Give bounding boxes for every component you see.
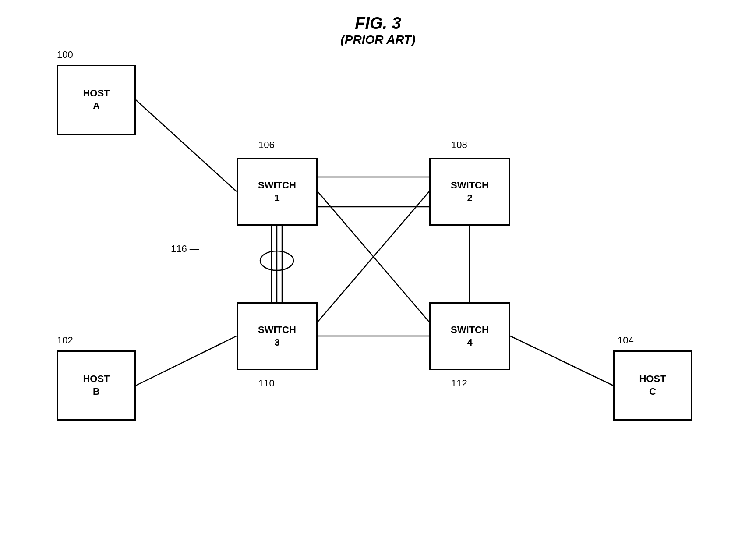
fig-title-line2: (PRIOR ART)	[340, 33, 415, 47]
host-c-label1: HOST	[639, 373, 666, 386]
switch1-label1: SWITCH	[258, 179, 296, 192]
ref-112: 112	[451, 378, 467, 389]
svg-line-0	[136, 100, 237, 191]
switch3-label2: 3	[274, 336, 279, 349]
switch4-box: SWITCH 4	[429, 302, 510, 370]
host-b-label1: HOST	[83, 373, 110, 386]
host-c-label2: C	[649, 386, 656, 398]
host-b-box: HOST B	[57, 350, 136, 421]
switch1-label2: 1	[274, 192, 279, 205]
host-b-label2: B	[93, 386, 100, 398]
switch2-box: SWITCH 2	[429, 158, 510, 226]
fig-title-line1: FIG. 3	[340, 14, 415, 33]
ref-100: 100	[57, 49, 73, 60]
switch2-label1: SWITCH	[451, 179, 489, 192]
ref-110: 110	[258, 378, 275, 389]
switch2-label2: 2	[467, 192, 472, 205]
ref-108: 108	[451, 139, 467, 151]
svg-line-11	[318, 191, 429, 322]
switch4-label2: 4	[467, 336, 472, 349]
svg-line-2	[510, 336, 613, 386]
host-a-label1: HOST	[83, 87, 110, 100]
svg-line-1	[136, 336, 237, 386]
switch1-box: SWITCH 1	[237, 158, 318, 226]
switch3-label1: SWITCH	[258, 324, 296, 336]
svg-point-9	[260, 251, 293, 270]
figure-title: FIG. 3 (PRIOR ART)	[340, 14, 415, 47]
host-a-box: HOST A	[57, 65, 136, 135]
ref-104: 104	[618, 335, 634, 346]
svg-line-12	[318, 191, 429, 322]
host-a-label2: A	[93, 100, 100, 113]
host-c-box: HOST C	[613, 350, 692, 421]
switch3-box: SWITCH 3	[237, 302, 318, 370]
switch4-label1: SWITCH	[451, 324, 489, 336]
ref-116: 116 —	[171, 243, 199, 255]
ref-106: 106	[258, 139, 275, 151]
ref-102: 102	[57, 335, 73, 346]
